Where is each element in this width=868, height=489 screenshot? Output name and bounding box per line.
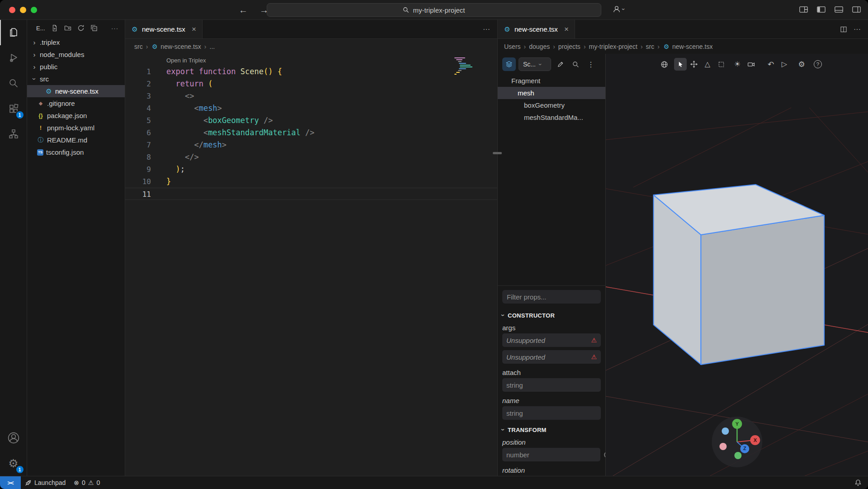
breadcrumb-project[interactable]: my-triplex-project <box>589 43 637 50</box>
collapse-all-button[interactable] <box>90 24 98 32</box>
search-scene-button[interactable] <box>569 58 582 71</box>
bell-icon[interactable] <box>854 479 862 486</box>
scene-node-mesh[interactable]: mesh <box>498 87 605 99</box>
minimize-window-button[interactable] <box>20 7 26 13</box>
editor-actions-more[interactable]: ··· <box>483 25 490 33</box>
globe-tool-button[interactable] <box>658 58 670 71</box>
new-file-button[interactable] <box>51 24 58 32</box>
code-line[interactable]: 9 ); <box>125 163 497 176</box>
code-line[interactable]: 7 </mesh> <box>125 139 497 151</box>
scene-select-dropdown[interactable]: Sc... › <box>519 57 551 71</box>
help-button[interactable]: ? <box>811 58 824 71</box>
toggle-primary-sidebar-button[interactable] <box>817 6 826 13</box>
attach-input[interactable] <box>506 381 597 389</box>
problems-status-item[interactable]: ⊗ 0 ⚠ 0 <box>70 476 104 489</box>
file-row-pnpm-lock[interactable]: !pnpm-lock.yaml <box>27 122 125 134</box>
code-editor[interactable]: Open in Triplex 1export function Scene()… <box>125 54 497 200</box>
activity-extensions[interactable]: 1 <box>0 96 27 121</box>
split-editor-icon[interactable] <box>840 26 847 33</box>
undo-button[interactable]: ↶ <box>764 58 777 71</box>
activity-search[interactable] <box>0 71 27 96</box>
transform-tool-button[interactable] <box>715 58 727 71</box>
toggle-panel-button[interactable] <box>835 6 843 13</box>
light-tool-button[interactable]: ☀ <box>731 58 744 71</box>
file-row-package-json[interactable]: {}package.json <box>27 109 125 122</box>
rotate-tool-button[interactable]: △ <box>701 58 714 71</box>
scene-node-material[interactable]: meshStandardMa... <box>498 111 605 123</box>
breadcrumb-file[interactable]: ⚙new-scene.tsx <box>151 43 201 50</box>
activity-settings[interactable]: ⚙ 1 <box>0 451 27 476</box>
file-row-node-modules[interactable]: ›node_modules <box>27 48 125 61</box>
file-row-readme[interactable]: ⓘREADME.md <box>27 134 125 146</box>
move-tool-button[interactable] <box>688 58 700 71</box>
refresh-button[interactable] <box>77 24 85 32</box>
code-line[interactable]: 10} <box>125 176 497 188</box>
code-line[interactable]: 2 return ( <box>125 78 497 90</box>
scene-node-boxgeometry[interactable]: boxGeometry <box>498 99 605 111</box>
select-tool-button[interactable] <box>674 58 687 71</box>
position-input[interactable] <box>506 451 596 459</box>
sash-handle[interactable] <box>493 152 502 154</box>
new-folder-button[interactable] <box>64 24 71 32</box>
camera-tool-button[interactable] <box>745 58 757 71</box>
code-line[interactable]: 6 <meshStandardMaterial /> <box>125 127 497 139</box>
activity-explorer[interactable] <box>0 20 27 45</box>
section-constructor[interactable]: › CONSTRUCTOR <box>502 309 601 322</box>
code-line[interactable]: 1export function Scene() { <box>125 66 497 78</box>
breadcrumb-douges[interactable]: douges <box>529 43 550 50</box>
edit-code-button[interactable] <box>554 58 566 71</box>
tab-new-scene[interactable]: ⚙ new-scene.tsx × <box>125 20 203 38</box>
activity-triplex[interactable] <box>0 121 27 147</box>
remote-indicator[interactable]: >< <box>0 476 21 489</box>
cube-mesh[interactable] <box>654 185 825 365</box>
cube-right-face[interactable] <box>701 215 824 365</box>
minimap[interactable] <box>454 57 471 76</box>
name-input[interactable] <box>506 409 597 417</box>
launchpad-status-item[interactable]: Launchpad <box>21 476 70 489</box>
close-tab-icon[interactable]: × <box>561 25 569 34</box>
command-center-search[interactable]: my-triplex-project <box>267 3 601 17</box>
close-window-button[interactable] <box>9 7 15 13</box>
toggle-secondary-sidebar-button[interactable] <box>852 6 861 13</box>
customize-layout-button[interactable] <box>799 6 808 13</box>
views-more-button[interactable]: ··· <box>111 25 118 32</box>
section-transform[interactable]: › TRANSFORM <box>502 423 601 437</box>
breadcrumb-src[interactable]: src <box>134 43 143 50</box>
scene-node-fragment[interactable]: Fragment <box>498 75 605 87</box>
open-in-triplex-codelens[interactable]: Open in Triplex <box>125 56 497 66</box>
orientation-gizmo[interactable]: Y X Z <box>712 417 762 467</box>
breadcrumb-users[interactable]: Users <box>504 43 521 50</box>
account-menu[interactable]: › <box>612 5 624 14</box>
toggle-switch-icon[interactable] <box>604 451 605 458</box>
more-options-button[interactable]: ⋮ <box>585 58 597 71</box>
gizmo-neg-z[interactable] <box>722 427 729 435</box>
gizmo-neg-x[interactable] <box>719 443 726 450</box>
play-button[interactable]: ▷ <box>778 58 791 71</box>
activity-run-debug[interactable] <box>0 45 27 71</box>
file-row-new-scene[interactable]: ⚙new-scene.tsx <box>27 85 125 97</box>
back-button[interactable]: ← <box>239 5 248 15</box>
zoom-window-button[interactable] <box>31 7 37 13</box>
code-line[interactable]: 8 </> <box>125 151 497 163</box>
file-row-src[interactable]: ›src <box>27 73 125 85</box>
file-row-public[interactable]: ›public <box>27 61 125 73</box>
breadcrumb-symbol[interactable]: ... <box>210 43 215 50</box>
activity-accounts[interactable] <box>0 425 27 451</box>
file-row-tsconfig[interactable]: TStsconfig.json <box>27 146 125 158</box>
filter-props-input[interactable] <box>502 290 601 304</box>
breadcrumb-file[interactable]: ⚙new-scene.tsx <box>663 43 712 50</box>
file-row-triplex[interactable]: ›.triplex <box>27 36 125 48</box>
panel-actions-more[interactable]: ··· <box>854 25 861 33</box>
file-row-gitignore[interactable]: ◆.gitignore <box>27 97 125 109</box>
breadcrumb-src[interactable]: src <box>646 43 655 50</box>
code-line[interactable]: 3 <> <box>125 90 497 102</box>
code-line[interactable]: 5 <boxGeometry /> <box>125 114 497 127</box>
close-tab-icon[interactable]: × <box>189 25 196 34</box>
code-line[interactable]: 4 <mesh> <box>125 102 497 114</box>
tab-triplex-new-scene[interactable]: ⚙ new-scene.tsx × <box>498 20 575 38</box>
breadcrumb-projects[interactable]: projects <box>558 43 580 50</box>
code-line-active[interactable]: 11 <box>125 188 497 200</box>
gizmo-neg-y[interactable] <box>734 452 741 459</box>
viewport-settings-button[interactable]: ⚙ <box>795 58 808 71</box>
scene-layers-button[interactable] <box>502 57 516 71</box>
